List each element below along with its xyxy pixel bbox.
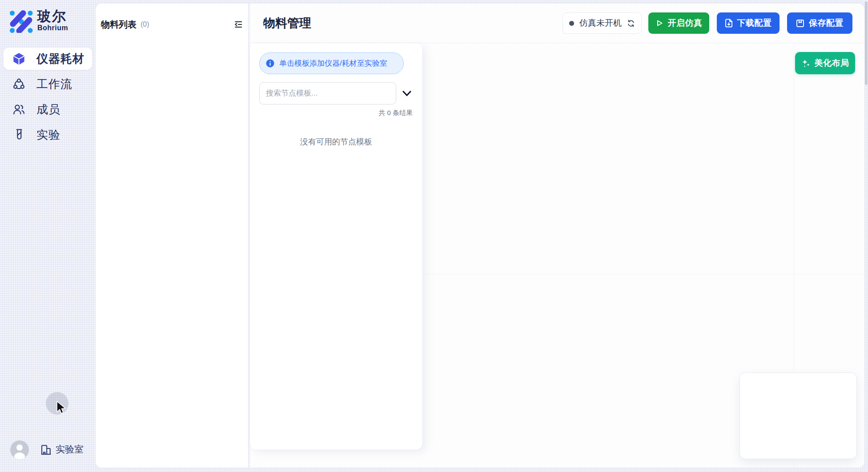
sidebar-item-members[interactable]: 成员 (4, 98, 92, 120)
sidebar-footer: 实验室 (0, 438, 96, 464)
mouse-cursor (56, 401, 67, 415)
info-icon (266, 59, 274, 68)
sidebar-item-label: 工作流 (36, 76, 72, 92)
materials-list-count: (0) (141, 20, 149, 28)
start-simulation-button[interactable]: 开启仿真 (648, 12, 709, 34)
search-template-input[interactable] (259, 82, 396, 104)
empty-templates-message: 没有可用的节点模板 (250, 136, 422, 147)
status-label: 仿真未开机 (579, 17, 622, 29)
download-config-label: 下载配置 (737, 17, 772, 29)
lab-switcher[interactable]: 实验室 (41, 443, 84, 456)
sidebar-item-instruments[interactable]: 仪器耗材 (4, 48, 92, 70)
status-dot-icon (569, 21, 574, 26)
play-icon (655, 19, 663, 27)
file-download-icon (725, 19, 733, 28)
refresh-icon[interactable] (627, 19, 635, 28)
save-icon (796, 19, 804, 28)
chevron-down-icon[interactable] (402, 89, 412, 98)
materials-list-header: 物料列表 (0) (101, 19, 243, 30)
results-count: 共 0 条结果 (378, 109, 413, 117)
person-icon (10, 440, 29, 459)
page-title: 物料管理 (263, 15, 311, 31)
save-config-button[interactable]: 保存配置 (787, 12, 852, 34)
members-icon (12, 103, 25, 116)
beautify-layout-button[interactable]: 美化布局 (795, 52, 855, 74)
sidebar-item-label: 实验 (36, 127, 60, 143)
brand-subtitle: Bohrium (37, 24, 68, 32)
download-config-button[interactable]: 下载配置 (717, 12, 780, 34)
materials-list-title: 物料列表 (101, 19, 137, 31)
brand-name: 玻尔 (37, 9, 68, 24)
cube-icon (12, 52, 25, 65)
experiment-icon (12, 128, 25, 141)
banner-text: 单击模板添加仪器/耗材至实验室 (279, 58, 387, 68)
sidebar-item-label: 成员 (36, 102, 60, 117)
node-template-panel: 单击模板添加仪器/耗材至实验室 共 0 条结果 没有可用的节点模板 (250, 43, 422, 450)
materials-list-panel: 物料列表 (0) (96, 4, 248, 468)
beautify-layout-label: 美化布局 (815, 57, 849, 69)
main-canvas-area: 物料管理 仿真未开机 开启仿真 下载配置 (250, 4, 864, 468)
simulation-status-pill: 仿真未开机 (563, 12, 642, 34)
user-avatar[interactable] (10, 440, 29, 459)
save-config-label: 保存配置 (809, 17, 844, 29)
building-icon (41, 444, 51, 455)
content-area: 物料列表 (0) 物料管理 仿真未开机 (96, 4, 864, 468)
minimap-panel[interactable] (739, 372, 857, 459)
sparkles-icon (801, 59, 811, 68)
info-banner: 单击模板添加仪器/耗材至实验室 (259, 52, 404, 74)
scrollbar-thumb[interactable] (865, 1, 868, 85)
sidebar-item-experiments[interactable]: 实验 (4, 124, 92, 146)
start-simulation-label: 开启仿真 (668, 17, 703, 29)
sidebar-item-label: 仪器耗材 (36, 51, 84, 67)
bohrium-logo-icon (8, 7, 34, 33)
sidebar-nav: 仪器耗材 工作流 成员 (4, 48, 92, 149)
collapse-panel-icon[interactable] (234, 20, 243, 29)
lab-label: 实验室 (56, 443, 84, 456)
brand-logo: 玻尔 Bohrium (8, 7, 68, 33)
workflow-icon (12, 78, 25, 91)
sidebar-item-workflow[interactable]: 工作流 (4, 73, 92, 95)
